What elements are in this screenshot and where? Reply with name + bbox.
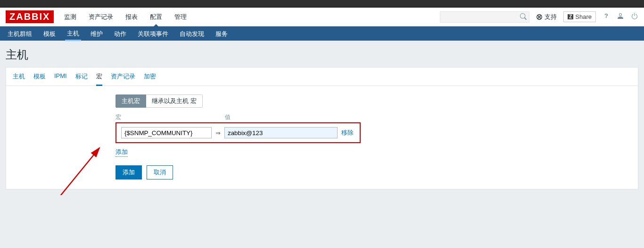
share-button[interactable]: Z Share: [563, 11, 596, 22]
sub-nav-maintenance[interactable]: 维护: [89, 27, 105, 40]
toggle-inherited-macros[interactable]: 继承以及主机 宏: [146, 94, 203, 108]
tab-ipmi[interactable]: IPMI: [54, 72, 67, 86]
tab-tags[interactable]: 标记: [75, 72, 88, 86]
header: ZABBIX 监测 资产记录 报表 配置 管理 支持 Z Share ?: [0, 8, 644, 26]
page-title: 主机: [0, 41, 644, 67]
cancel-button[interactable]: 取消: [147, 165, 173, 180]
toggle-host-macros[interactable]: 主机宏: [116, 94, 146, 108]
main-nav: 监测 资产记录 报表 配置 管理: [62, 8, 440, 26]
logo[interactable]: ZABBIX: [6, 10, 54, 23]
tab-host[interactable]: 主机: [13, 72, 25, 86]
share-z-icon: Z: [568, 14, 573, 19]
sub-nav-correlation[interactable]: 关联项事件: [136, 27, 170, 40]
add-macro-link[interactable]: 添加: [116, 148, 128, 157]
tabs: 主机 模板 IPMI 标记 宏 资产记录 加密: [6, 68, 638, 86]
help-icon[interactable]: ?: [603, 12, 610, 21]
add-button[interactable]: 添加: [116, 165, 142, 180]
macro-toggle-group: 主机宏 继承以及主机 宏: [116, 94, 631, 108]
search-icon[interactable]: [520, 13, 527, 21]
user-icon[interactable]: [617, 12, 624, 21]
search-box: [440, 11, 529, 23]
sub-nav-hosts[interactable]: 主机: [65, 26, 81, 41]
main-nav-inventory[interactable]: 资产记录: [87, 8, 115, 26]
content-card: 主机 模板 IPMI 标记 宏 资产记录 加密 主机宏 继承以及主机 宏 宏 值…: [6, 67, 638, 189]
main-nav-configuration[interactable]: 配置: [148, 8, 164, 26]
macro-name-input[interactable]: [121, 127, 212, 138]
sub-nav-discovery[interactable]: 自动发现: [178, 27, 206, 40]
search-input[interactable]: [440, 11, 529, 23]
main-nav-reports[interactable]: 报表: [124, 8, 140, 26]
main-nav-administration[interactable]: 管理: [173, 8, 189, 26]
sub-nav-actions[interactable]: 动作: [112, 27, 128, 40]
form-area: 主机宏 继承以及主机 宏 宏 值 ⇒ 移除 添加 添加 取消: [6, 86, 638, 189]
tab-inventory[interactable]: 资产记录: [111, 72, 135, 86]
support-link[interactable]: 支持: [536, 13, 557, 21]
macro-section: 宏 值 ⇒ 移除 添加: [116, 113, 631, 157]
sub-nav: 主机群组 模板 主机 维护 动作 关联项事件 自动发现 服务: [0, 26, 644, 41]
power-icon[interactable]: [631, 12, 638, 21]
share-label: Share: [575, 13, 592, 20]
sub-nav-templates[interactable]: 模板: [41, 27, 58, 40]
svg-text:?: ?: [604, 12, 608, 19]
browser-chrome-bar: [0, 0, 644, 8]
header-right: 支持 Z Share ?: [440, 11, 638, 23]
sub-nav-hostgroups[interactable]: 主机群组: [6, 27, 34, 40]
macro-header-labels: 宏 值: [116, 113, 631, 121]
macro-value-input[interactable]: [224, 127, 338, 138]
form-buttons: 添加 取消: [116, 165, 631, 180]
tab-encryption[interactable]: 加密: [144, 72, 156, 86]
tab-templates[interactable]: 模板: [33, 72, 46, 86]
macro-label-value: 值: [225, 113, 231, 121]
macro-label-name: 宏: [116, 113, 121, 121]
sub-nav-services[interactable]: 服务: [214, 27, 230, 40]
tab-macros[interactable]: 宏: [96, 72, 102, 86]
support-label: 支持: [545, 13, 557, 21]
arrow-icon: ⇒: [215, 129, 221, 137]
macro-row: ⇒ 移除: [116, 122, 361, 143]
svg-point-1: [538, 16, 540, 18]
main-nav-monitoring[interactable]: 监测: [62, 8, 78, 26]
remove-link[interactable]: 移除: [341, 128, 354, 137]
